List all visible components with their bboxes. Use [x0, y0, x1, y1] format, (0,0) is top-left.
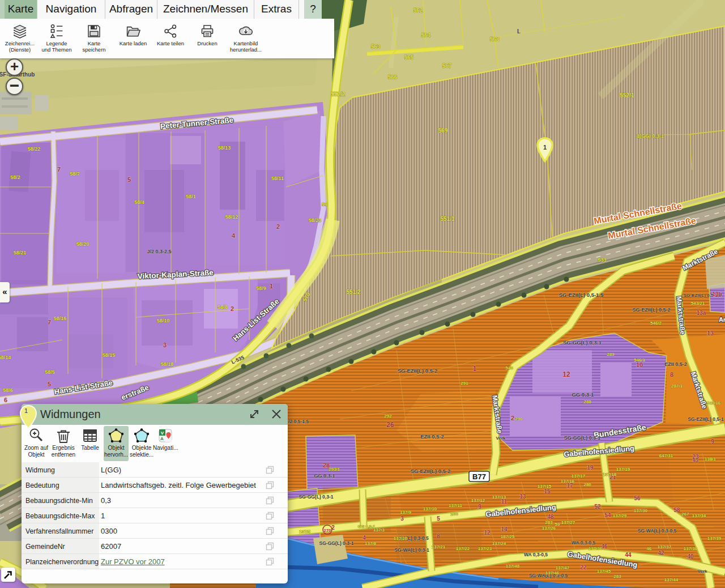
svg-text:SG-EZII(L) 0,5-1,5: SG-EZII(L) 0,5-1,5: [559, 292, 604, 298]
svg-text:3: 3: [163, 342, 167, 348]
svg-text:GG 0,3-1: GG 0,3-1: [358, 524, 376, 529]
svg-text:563: 563: [371, 44, 381, 50]
svg-text:562: 562: [413, 7, 423, 14]
svg-text:13: 13: [519, 493, 526, 500]
svg-text:SG-EZII(L) 0,5-2: SG-EZII(L) 0,5-2: [398, 368, 438, 374]
svg-text:551/1: 551/1: [440, 216, 454, 222]
svg-text:137/5: 137/5: [299, 529, 311, 534]
svg-text:137/30: 137/30: [634, 508, 648, 513]
svg-text:26: 26: [386, 421, 394, 429]
svg-text:58/11: 58/11: [271, 176, 284, 181]
svg-text:2: 2: [511, 415, 514, 421]
svg-text:58/13: 58/13: [218, 145, 231, 151]
svg-text:48: 48: [547, 514, 554, 520]
svg-text:.288: .288: [582, 399, 591, 404]
svg-text:266: 266: [450, 512, 458, 517]
svg-text:GG 0,3-1: GG 0,3-1: [314, 473, 335, 479]
svg-text:137/18: 137/18: [603, 472, 617, 477]
svg-text:4: 4: [232, 232, 236, 239]
svg-text:Ar: Ar: [719, 316, 725, 323]
svg-text:19: 19: [587, 465, 594, 471]
svg-text:15: 15: [544, 488, 551, 495]
svg-text:137/45: 137/45: [597, 569, 611, 574]
svg-text:A: A: [160, 436, 164, 441]
svg-text:137/38: 137/38: [684, 546, 698, 551]
svg-text:2: 2: [276, 223, 280, 230]
svg-text:546/2: 546/2: [650, 321, 662, 326]
svg-text:SG-EZII(L) 0,5-1: SG-EZII(L) 0,5-1: [688, 416, 724, 422]
svg-text:1: 1: [543, 144, 547, 151]
svg-text:1(GG) 0,3-1: 1(GG) 0,3-1: [637, 133, 664, 139]
svg-text:/2 0,5-1,5: /2 0,5-1,5: [288, 419, 309, 424]
svg-text:13a: 13a: [697, 310, 706, 316]
svg-text:6: 6: [4, 397, 7, 403]
svg-text:58/9: 58/9: [256, 286, 266, 291]
svg-text:9a: 9a: [693, 458, 699, 463]
svg-text:137/17: 137/17: [572, 474, 586, 479]
svg-text:9: 9: [478, 504, 481, 510]
svg-text:564: 564: [421, 32, 431, 39]
svg-text:1: 1: [473, 365, 477, 373]
svg-text:58/18: 58/18: [161, 361, 174, 367]
svg-text:270: 270: [323, 528, 331, 533]
svg-text:58/7: 58/7: [70, 171, 80, 177]
svg-text:WA 0,3-0,5: WA 0,3-0,5: [524, 552, 548, 557]
svg-text:548: 548: [505, 365, 513, 370]
svg-text:.280: .280: [582, 482, 591, 487]
svg-text:290: 290: [515, 416, 523, 421]
svg-text:58/15: 58/15: [103, 352, 116, 358]
svg-text:1: 1: [270, 283, 273, 289]
svg-text:137/39: 137/39: [707, 536, 722, 541]
svg-text:58/12: 58/12: [225, 214, 238, 220]
svg-text:137/19: 137/19: [616, 467, 630, 472]
svg-text:543/16: 543/16: [707, 400, 721, 406]
svg-text:533: 533: [598, 257, 606, 263]
svg-text:58/2: 58/2: [10, 174, 20, 180]
svg-text:58/16: 58/16: [54, 316, 67, 321]
svg-text:58/20: 58/20: [76, 241, 89, 247]
svg-text:58/22: 58/22: [28, 146, 41, 152]
svg-text:58/4: 58/4: [134, 199, 144, 205]
svg-text:137/44: 137/44: [664, 577, 679, 582]
svg-text:187/25: 187/25: [501, 534, 515, 539]
svg-text:292: 292: [384, 414, 392, 419]
svg-text:54: 54: [604, 512, 611, 518]
svg-text:137/47: 137/47: [556, 565, 570, 570]
svg-text:137/9: 137/9: [400, 510, 412, 515]
svg-text:42: 42: [658, 550, 664, 556]
svg-text:137/8: 137/8: [365, 541, 377, 546]
svg-text:552/2: 552/2: [331, 91, 345, 97]
svg-text:44: 44: [625, 552, 632, 558]
svg-text:137/24: 137/24: [492, 541, 506, 546]
svg-text:58/10: 58/10: [157, 318, 170, 323]
svg-text:5: 5: [127, 176, 131, 183]
svg-text:58/1: 58/1: [186, 194, 196, 199]
svg-text:291: 291: [460, 381, 468, 386]
svg-text:WA 0,3-0,5: WA 0,3-0,5: [572, 540, 595, 546]
svg-text:13: 13: [707, 330, 714, 336]
svg-text:12: 12: [484, 530, 491, 536]
svg-text:137/36: 137/36: [588, 546, 603, 551]
svg-text:7: 7: [48, 319, 51, 326]
svg-text:289: 289: [607, 352, 615, 357]
svg-text:137/11: 137/11: [449, 503, 463, 508]
svg-text:1: 1: [24, 407, 28, 414]
svg-text:56: 56: [634, 495, 641, 501]
svg-text:7: 7: [57, 166, 61, 173]
svg-text:293/1: 293/1: [329, 467, 340, 472]
svg-text:EZII 0,5-2: EZII 0,5-2: [420, 433, 444, 440]
svg-text:137/21: 137/21: [432, 544, 446, 549]
svg-text:J/2 0,3-2,5: J/2 0,3-2,5: [147, 249, 171, 254]
svg-text:SG-EZII(L) 0,5-2: SG-EZII(L) 0,5-2: [411, 468, 451, 474]
svg-text:58/6: 58/6: [3, 387, 13, 393]
svg-text:283: 283: [545, 520, 553, 525]
svg-text:267: 267: [681, 512, 689, 517]
svg-text:552/1: 552/1: [620, 92, 634, 99]
svg-text:SG-WA(L) 0,3-0,5: SG-WA(L) 0,3-0,5: [638, 528, 677, 534]
svg-text:137/29: 137/29: [613, 513, 627, 518]
svg-text:137/10: 137/10: [423, 506, 437, 512]
svg-text:2: 2: [231, 305, 234, 312]
svg-text:EZII 0,5-2: EZII 0,5-2: [664, 361, 687, 367]
svg-text:46: 46: [647, 546, 652, 551]
svg-text:137/15: 137/15: [538, 484, 552, 489]
